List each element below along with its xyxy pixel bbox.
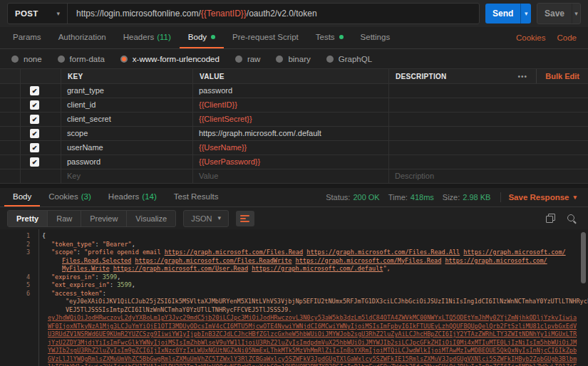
param-value[interactable]: {{UserName}} xyxy=(192,141,388,155)
scrollbar[interactable] xyxy=(581,231,587,365)
key-column-header: KEY xyxy=(61,69,192,83)
gutter xyxy=(0,169,20,183)
status-label: Status: xyxy=(326,193,350,202)
param-key[interactable]: client_id xyxy=(61,98,192,112)
select-all-cell xyxy=(20,69,61,83)
param-key[interactable]: password xyxy=(61,155,192,169)
search-icon[interactable] xyxy=(567,214,577,224)
param-key[interactable]: grant_type xyxy=(61,84,192,98)
drag-handle[interactable] xyxy=(0,141,20,155)
param-description[interactable] xyxy=(388,155,588,169)
status-badge: 200 OK xyxy=(353,193,379,202)
drag-handle[interactable] xyxy=(0,127,20,140)
param-value[interactable]: {{ClientID}} xyxy=(192,98,388,112)
code-line: 1{ xyxy=(0,232,588,241)
drag-handle[interactable] xyxy=(0,84,20,98)
save-response-button[interactable]: Save Response ▾ xyxy=(508,193,577,202)
body-mode-option[interactable]: none xyxy=(11,55,42,63)
tab-label: Headers xyxy=(108,192,139,201)
view-mode-button[interactable]: Raw xyxy=(48,211,81,226)
param-description[interactable] xyxy=(388,141,588,155)
param-description[interactable] xyxy=(388,98,588,112)
param-description[interactable] xyxy=(388,127,588,140)
row-checkbox[interactable] xyxy=(30,129,39,138)
method-dropdown[interactable]: POST ▾ xyxy=(8,4,68,23)
url-input[interactable]: https://login.microsoftonline.com/{{Tena… xyxy=(68,9,479,19)
time-value: 418ms xyxy=(411,193,434,202)
row-checkbox[interactable] xyxy=(30,86,39,95)
request-tab[interactable]: Settings xyxy=(352,27,399,48)
response-tab[interactable]: Test Results xyxy=(165,188,227,206)
description-placeholder[interactable]: Description xyxy=(388,169,588,183)
code-line: GVzLlJlYWQgRmlsZXMuUmVhZC5BbGwgRmlsZXMuU… xyxy=(0,355,588,364)
drag-handle[interactable] xyxy=(0,98,20,112)
view-mode-button[interactable]: Preview xyxy=(81,211,127,226)
param-row: client_secret {{ClientSecret}} xyxy=(0,113,588,127)
body-mode-option[interactable]: form-data xyxy=(58,55,105,63)
checkbox-cell xyxy=(20,141,61,155)
language-label: JSON xyxy=(191,214,212,223)
tab-label: Cookies xyxy=(48,192,78,201)
tab-label: Test Results xyxy=(174,192,219,201)
response-tab[interactable]: Headers (14) xyxy=(100,188,165,206)
response-tab[interactable]: Cookies (3) xyxy=(40,188,100,206)
request-tab[interactable]: Body xyxy=(180,27,224,48)
request-tab[interactable]: Authorization xyxy=(50,27,115,48)
gutter-divider xyxy=(38,229,39,366)
code-line: WF0IjoxNTkyNzA1Mjg3LCJuYmYiOjE1OTI3MDUyO… xyxy=(0,323,588,331)
tab-label: Body xyxy=(13,192,31,201)
response-tab[interactable]: Body xyxy=(4,188,40,206)
code-line: YWJIb2sgU3RhZ2luZyIsIm9pZCI6IjIxNzc0YzIx… xyxy=(0,347,588,355)
beautify-button[interactable] xyxy=(236,211,254,226)
request-tab[interactable]: Headers (11) xyxy=(115,27,180,48)
save-button[interactable]: Save ▾ xyxy=(537,3,581,24)
request-tab[interactable]: Tests xyxy=(307,27,352,48)
row-checkbox[interactable] xyxy=(30,100,39,110)
value-placeholder[interactable]: Value xyxy=(192,169,388,183)
radio-icon xyxy=(276,56,283,63)
param-value[interactable]: {{UserPassword}} xyxy=(192,155,388,169)
param-row: client_id {{ClientID}} xyxy=(0,98,588,113)
more-options-icon[interactable]: ••• xyxy=(509,69,536,83)
row-checkbox[interactable] xyxy=(30,115,39,124)
key-placeholder[interactable]: Key xyxy=(61,169,192,183)
new-param-row: Key Value Description xyxy=(0,169,588,184)
request-tab[interactable]: Pre-request Script xyxy=(224,27,307,48)
value-column-header: VALUE xyxy=(192,69,388,83)
param-value[interactable]: {{ClientSecret}} xyxy=(192,113,388,126)
param-key[interactable]: userName xyxy=(61,141,192,155)
code-link[interactable]: Code xyxy=(557,33,577,42)
row-checkbox[interactable] xyxy=(30,157,39,167)
body-mode-option[interactable]: binary xyxy=(276,55,310,63)
response-body[interactable]: 1{2"token_type": "Bearer",3"scope": "pro… xyxy=(0,229,588,366)
send-options-button[interactable]: ▾ xyxy=(520,4,531,23)
param-value[interactable]: password xyxy=(192,84,388,98)
param-description[interactable] xyxy=(388,113,588,126)
description-column-header: DESCRIPTION xyxy=(388,69,509,83)
request-tab[interactable]: Params xyxy=(4,27,50,48)
language-dropdown[interactable]: JSON ▾ xyxy=(183,210,229,227)
bulk-edit-link[interactable]: Bulk Edit xyxy=(536,69,588,83)
response-meta: Status: 200 OK Time: 418ms Size: 2.98 KB… xyxy=(326,192,584,202)
view-mode-button[interactable]: Pretty xyxy=(8,211,48,226)
copy-icon[interactable] xyxy=(546,214,555,223)
param-key[interactable]: client_secret xyxy=(61,113,192,126)
param-value[interactable]: https://graph.microsoft.com/.default xyxy=(192,127,388,140)
drag-handle[interactable] xyxy=(0,113,20,126)
save-options-button[interactable]: ▾ xyxy=(572,4,580,23)
chevron-down-icon: ▾ xyxy=(218,215,222,221)
body-mode-option[interactable]: GraphQL xyxy=(326,55,372,63)
body-mode-option[interactable]: raw xyxy=(235,55,261,63)
body-mode-option[interactable]: x-www-form-urlencoded xyxy=(120,55,220,63)
chevron-down-icon: ▾ xyxy=(574,11,578,17)
scrollbar-thumb[interactable] xyxy=(581,232,586,283)
param-description[interactable] xyxy=(388,84,588,98)
view-mode-button[interactable]: Visualize xyxy=(127,211,175,226)
row-checkbox[interactable] xyxy=(30,143,39,152)
send-button[interactable]: Send ▾ xyxy=(485,4,531,23)
cookies-link[interactable]: Cookies xyxy=(516,33,546,42)
mode-label: binary xyxy=(288,55,310,63)
drag-handle[interactable] xyxy=(0,155,20,169)
param-key[interactable]: scope xyxy=(61,127,192,140)
url-text: https://login.microsoftonline.com/ xyxy=(76,9,201,19)
